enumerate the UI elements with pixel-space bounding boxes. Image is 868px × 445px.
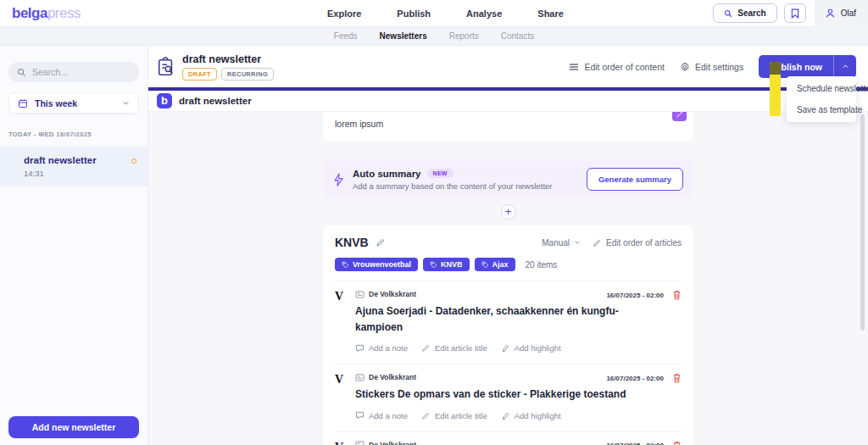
edit-order-of-content-button[interactable]: Edit order of content — [569, 62, 665, 72]
brand-logo[interactable]: belgapress — [12, 5, 147, 22]
recurring-badge: RECURRING — [221, 68, 274, 81]
chevron-up-icon — [842, 63, 849, 70]
subnav-item-feeds[interactable]: Feeds — [334, 31, 358, 41]
draft-badge: DRAFT — [182, 68, 217, 81]
bookmarks-button[interactable] — [784, 3, 806, 23]
search-icon — [17, 68, 26, 77]
top-right-actions: Search Olaf — [713, 0, 868, 27]
search-icon — [724, 9, 732, 18]
sort-mode-dropdown[interactable]: Manual — [542, 238, 581, 248]
nav-item-explore[interactable]: Explore — [327, 8, 361, 19]
menu-item-save-as-template[interactable]: Save as template — [787, 99, 856, 120]
article-date: 16/07/2025 - 02:00 — [606, 292, 664, 299]
pencil-icon — [593, 238, 602, 248]
newsletter-item-time: 14:31 — [24, 169, 136, 178]
nav-item-share[interactable]: Share — [537, 8, 564, 19]
sort-mode-value: Manual — [542, 238, 570, 248]
tag-pill-ajax[interactable]: Ajax — [475, 258, 515, 271]
trash-icon[interactable] — [672, 441, 682, 445]
tag-icon — [481, 261, 489, 269]
tag-pill-vrouwenvoetbal[interactable]: Vrouwenvoetbal — [335, 258, 418, 271]
sidebar: This week TODAY - WED 16/07/2025 draft n… — [0, 46, 148, 445]
sub-nav: Feeds Newsletters Reports Contacts — [0, 27, 868, 46]
auto-summary-title: Auto summary — [353, 169, 421, 179]
article-row: V De Volkskrant Stickers De opmars van d… — [335, 364, 682, 422]
new-badge: NEW — [427, 169, 453, 178]
newspaper-icon — [355, 291, 364, 298]
date-group-header: TODAY - WED 16/07/2025 — [8, 131, 147, 138]
newsletter-editor-canvas: lorem ipsum Auto summary NEW — [148, 112, 868, 445]
add-newsletter-button[interactable]: Add new newsletter — [8, 416, 139, 438]
edit-order-of-articles-button[interactable]: Edit order of articles — [593, 238, 682, 248]
article-title[interactable]: Stickers De opmars van de sticker - Plak… — [355, 387, 682, 403]
publish-options-menu: Schedule newsletter Save as template — [787, 76, 856, 122]
auto-summary-subtitle: Add a summary based on the content of yo… — [353, 181, 553, 191]
add-note-button[interactable]: Add a note — [355, 343, 408, 353]
subnav-item-reports[interactable]: Reports — [449, 31, 479, 41]
add-note-button[interactable]: Add a note — [355, 411, 408, 420]
auto-summary-card: Auto summary NEW Add a summary based on … — [323, 160, 693, 198]
newsletter-list-item[interactable]: draft newsletter 14:31 — [0, 147, 147, 186]
draft-status-dot — [131, 159, 136, 164]
newsletter-content-title: draft newsletter — [179, 96, 252, 106]
sidebar-search-input[interactable] — [32, 67, 125, 77]
article-date: 16/07/2025 - 02:00 — [606, 442, 664, 445]
sidebar-search[interactable] — [8, 62, 139, 82]
top-bar: belgapress Explore Publish Analyse Share… — [0, 0, 868, 27]
add-highlight-button[interactable]: Add highlight — [501, 411, 561, 420]
article-row: V De Volkskrant Voetbal Ajax elftal in d… — [335, 431, 682, 445]
edit-settings-button[interactable]: Edit settings — [680, 62, 743, 72]
bookmark-icon — [791, 8, 799, 19]
chevron-down-icon — [122, 99, 130, 107]
source-logo: V — [335, 441, 347, 445]
subnav-item-newsletters[interactable]: Newsletters — [380, 31, 427, 41]
source-name: De Volkskrant — [369, 441, 416, 445]
week-filter-dropdown[interactable]: This week — [8, 92, 139, 114]
nav-item-analyse[interactable]: Analyse — [466, 8, 502, 19]
edit-section-title-button[interactable] — [376, 237, 386, 248]
edit-article-title-button[interactable]: Edit article title — [421, 343, 487, 353]
global-search-label: Search — [737, 8, 765, 18]
publish-options-toggle[interactable] — [833, 55, 856, 78]
ai-assist-button[interactable] — [672, 112, 687, 121]
trash-icon[interactable] — [672, 290, 682, 300]
user-name: Olaf — [841, 8, 856, 18]
newspaper-icon — [355, 441, 364, 445]
calendar-icon — [18, 98, 28, 108]
newsletter-title-row: b draft newsletter — [148, 91, 868, 112]
add-content-block-button[interactable]: + — [501, 204, 516, 220]
highlighter-icon — [501, 343, 510, 353]
edit-order-of-articles-label: Edit order of articles — [606, 238, 682, 248]
edit-settings-label: Edit settings — [695, 62, 743, 72]
source-logo: V — [335, 373, 347, 422]
generate-summary-button[interactable]: Generate summary — [587, 168, 683, 191]
tag-icon — [342, 261, 349, 269]
tag-pill-knvb[interactable]: KNVB — [423, 258, 470, 271]
brand-logo-bold: belga — [12, 5, 47, 21]
newsletter-header: draft newsletter DRAFT RECURRING Edit or… — [148, 46, 868, 87]
menu-item-schedule-newsletter[interactable]: Schedule newsletter — [787, 78, 856, 99]
intro-text-block[interactable]: lorem ipsum — [323, 112, 693, 141]
article-title[interactable]: Ajuna Soerjadi - Datadenker, schaakkenne… — [355, 303, 682, 335]
belga-b-logo: b — [157, 93, 172, 108]
add-highlight-button[interactable]: Add highlight — [501, 343, 561, 353]
comment-icon — [355, 411, 364, 420]
highlighter-icon — [501, 411, 510, 420]
gear-icon — [680, 62, 690, 72]
newsletter-search-icon — [157, 57, 175, 77]
edit-article-title-button[interactable]: Edit article title — [421, 411, 487, 420]
pencil-icon — [421, 343, 431, 353]
vertical-scrollbar[interactable] — [860, 114, 865, 331]
article-row: V De Volkskrant Ajuna Soerjadi - Dataden… — [335, 281, 682, 354]
main-panel: draft newsletter DRAFT RECURRING Edit or… — [148, 46, 868, 445]
section-card-knvb: KNVB Manual — [323, 225, 693, 445]
user-menu[interactable]: Olaf — [815, 0, 868, 27]
nav-item-publish[interactable]: Publish — [397, 8, 431, 19]
chevron-down-icon — [574, 239, 581, 246]
subnav-item-contacts[interactable]: Contacts — [501, 31, 534, 41]
global-search-button[interactable]: Search — [713, 3, 776, 23]
items-count: 20 items — [526, 260, 558, 270]
section-title: KNVB — [335, 236, 369, 249]
trash-icon[interactable] — [672, 373, 682, 383]
newspaper-icon — [355, 374, 364, 381]
